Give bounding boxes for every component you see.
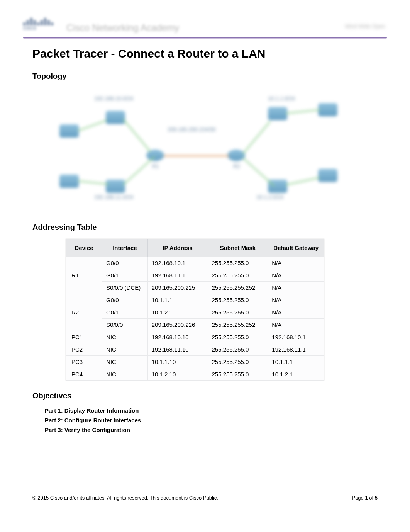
pc-icon: [318, 103, 337, 116]
cell-ip: 192.168.11.1: [147, 269, 208, 282]
router-icon: [227, 150, 245, 161]
cell-device: R1: [66, 257, 102, 294]
cell-ip: 10.1.2.1: [147, 306, 208, 319]
col-ip: IP Address: [147, 239, 208, 257]
cell-device: PC3: [66, 356, 102, 368]
cell-mask: 255.255.255.0: [208, 331, 268, 343]
cell-ip: 192.168.10.10: [147, 331, 208, 343]
table-row: PC2NIC192.168.11.10255.255.255.0192.168.…: [66, 343, 324, 356]
academy-title: Cisco Networking Academy: [66, 22, 179, 33]
cell-interface: NIC: [102, 368, 148, 381]
cell-interface: S0/0/0 (DCE): [102, 282, 148, 294]
cell-ip: 10.1.1.10: [147, 356, 208, 368]
cell-device: PC2: [66, 343, 102, 356]
cell-gateway: 10.1.2.1: [268, 368, 324, 381]
cell-gateway: N/A: [268, 269, 324, 282]
objective-part1: Part 1: Display Router Information: [45, 407, 387, 414]
cell-ip: 192.168.11.10: [147, 343, 208, 356]
table-row: S0/0/0 (DCE)209.165.200.225255.255.255.2…: [66, 282, 324, 294]
cell-device: R2: [66, 294, 102, 331]
objectives-list: Part 1: Display Router Information Part …: [32, 407, 387, 433]
link-line: [123, 119, 151, 152]
switch-icon: [106, 180, 125, 193]
col-device: Device: [66, 239, 102, 257]
col-interface: Interface: [102, 239, 148, 257]
cell-interface: G0/1: [102, 306, 148, 319]
page-number: Page 1 of 5: [352, 495, 378, 501]
table-header-row: Device Interface IP Address Subnet Mask …: [66, 239, 324, 257]
table-row: R2G0/010.1.1.1255.255.255.0N/A: [66, 294, 324, 306]
table-row: R1G0/0192.168.10.1255.255.255.0N/A: [66, 257, 324, 269]
cell-ip: 10.1.2.10: [147, 368, 208, 381]
cell-interface: G0/1: [102, 269, 148, 282]
cell-ip: 10.1.1.1: [147, 294, 208, 306]
cell-ip: 209.165.200.225: [147, 282, 208, 294]
r1-label: R1: [152, 163, 159, 169]
cell-interface: S0/0/0: [102, 319, 148, 331]
cell-interface: NIC: [102, 343, 148, 356]
cell-ip: 209.165.200.226: [147, 319, 208, 331]
page-header: CISCO Cisco Networking Academy Mind Wide…: [23, 15, 387, 36]
cisco-logo: CISCO: [23, 18, 53, 31]
cell-mask: 255.255.255.252: [208, 282, 268, 294]
cell-device: PC4: [66, 368, 102, 381]
table-row: PC3NIC10.1.1.10255.255.255.010.1.1.1: [66, 356, 324, 368]
cell-gateway: N/A: [268, 294, 324, 306]
link-line: [78, 120, 107, 131]
link-line: [286, 177, 320, 185]
objective-part3: Part 3: Verify the Configuration: [45, 427, 387, 433]
switch-icon: [268, 107, 287, 120]
net-label-center: 209.165.200.224/30: [168, 126, 216, 133]
link-line: [286, 109, 320, 114]
cell-interface: NIC: [102, 356, 148, 368]
pc-icon: [59, 175, 79, 188]
pc-icon: [59, 124, 79, 138]
cell-interface: NIC: [102, 331, 148, 343]
document-title: Packet Tracer - Connect a Router to a LA…: [32, 47, 387, 60]
switch-icon: [106, 111, 125, 124]
link-line: [242, 157, 275, 187]
cell-mask: 255.255.255.0: [208, 343, 268, 356]
col-gateway: Default Gateway: [268, 239, 324, 257]
link-line: [242, 121, 271, 154]
table-row: PC4NIC10.1.2.10255.255.255.010.1.2.1: [66, 368, 324, 381]
cell-gateway: 192.168.10.1: [268, 331, 324, 343]
cell-device: PC1: [66, 331, 102, 343]
section-addressing: Addressing Table: [32, 223, 387, 232]
section-topology: Topology: [32, 72, 387, 81]
cell-interface: G0/0: [102, 257, 148, 269]
page-footer: © 2015 Cisco and/or its affiliates. All …: [23, 495, 387, 501]
objective-part2: Part 2: Configure Router Interfaces: [45, 417, 387, 423]
cell-gateway: N/A: [268, 282, 324, 294]
cell-mask: 255.255.255.0: [208, 269, 268, 282]
cell-interface: G0/0: [102, 294, 148, 306]
net-label-bottom-left: 192.168.11.0/24: [94, 194, 133, 200]
cell-gateway: N/A: [268, 319, 324, 331]
topology-diagram: 192.168.10.0/24 10.1.1.0/24 209.165.200.…: [48, 88, 341, 211]
net-label-top-left: 192.168.10.0/24: [94, 95, 133, 102]
cell-gateway: 10.1.1.1: [268, 356, 324, 368]
header-divider: [23, 37, 387, 39]
cell-mask: 255.255.255.0: [208, 257, 268, 269]
table-row: G0/110.1.2.1255.255.255.0N/A: [66, 306, 324, 319]
pc-icon: [318, 169, 337, 182]
link-line: [123, 156, 155, 185]
cell-mask: 255.255.255.252: [208, 319, 268, 331]
switch-icon: [268, 180, 287, 193]
link-line: [78, 180, 109, 185]
cell-mask: 255.255.255.0: [208, 368, 268, 381]
net-label-bottom-right: 10.1.2.0/24: [256, 194, 283, 200]
table-row: PC1NIC192.168.10.10255.255.255.0192.168.…: [66, 331, 324, 343]
section-objectives: Objectives: [32, 391, 387, 400]
r2-label: R2: [233, 163, 240, 169]
copyright-text: © 2015 Cisco and/or its affiliates. All …: [32, 495, 218, 501]
table-row: S0/0/0209.165.200.226255.255.255.252N/A: [66, 319, 324, 331]
cell-gateway: 192.168.11.1: [268, 343, 324, 356]
cell-mask: 255.255.255.0: [208, 356, 268, 368]
cell-mask: 255.255.255.0: [208, 306, 268, 319]
cell-mask: 255.255.255.0: [208, 294, 268, 306]
brand-text: CISCO: [23, 26, 53, 31]
table-row: G0/1192.168.11.1255.255.255.0N/A: [66, 269, 324, 282]
net-label-top-right: 10.1.1.0/24: [268, 95, 295, 102]
cell-gateway: N/A: [268, 306, 324, 319]
